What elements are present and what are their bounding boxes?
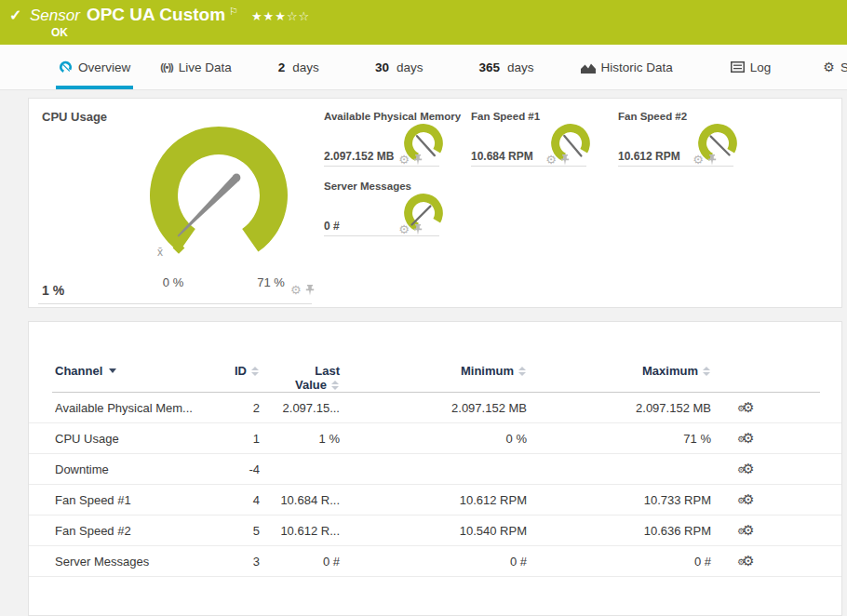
tab-30-days[interactable]: 30 days — [372, 48, 426, 89]
sort-icon — [251, 367, 260, 376]
priority-stars[interactable]: ★★★☆☆ — [251, 9, 310, 23]
stars-filled[interactable]: ★★★ — [251, 9, 287, 23]
cell-channel[interactable]: CPU Usage — [55, 432, 222, 446]
cell-channel[interactable]: Fan Speed #1 — [55, 493, 222, 507]
cpu-gauge: x̄ — [139, 125, 299, 264]
table-row[interactable]: CPU Usage 1 1 % 0 % 71 % ⚙⚙ — [29, 423, 841, 454]
tab-overview[interactable]: Overview — [56, 48, 133, 89]
cell-maximum: 71 % — [527, 432, 711, 446]
pin-icon[interactable] — [560, 154, 570, 166]
table-row[interactable]: Fan Speed #1 4 10.684 R... 10.612 RPM 10… — [29, 485, 841, 516]
channel-table-header: Channel ID Last Value — [29, 364, 841, 392]
tab-2-days[interactable]: 2 days — [276, 48, 322, 89]
stars-empty[interactable]: ☆☆ — [287, 9, 310, 23]
page-title: OPC UA Custom — [87, 5, 225, 24]
cpu-cell-divider — [38, 303, 312, 304]
cell-minimum: 10.540 RPM — [340, 524, 527, 538]
cell-last-value: 10.684 R... — [260, 493, 340, 507]
cpu-gauge-actions: ⚙ — [290, 285, 315, 296]
gauge-cell-fan-speed-1: Fan Speed #1 10.684 RPM ⚙ — [471, 111, 586, 167]
gauge-actions: ⚙ — [398, 154, 423, 166]
gauge-value: 10.612 RPM — [618, 150, 680, 163]
cell-id: 4 — [222, 493, 260, 507]
channel-settings-icon[interactable]: ⚙ — [398, 224, 410, 235]
channel-settings-gears-icon[interactable]: ⚙⚙ — [742, 523, 754, 537]
tab-2-days-number: 2 — [278, 60, 286, 74]
gauge-title: Fan Speed #2 — [618, 111, 687, 122]
gauge-needle — [711, 137, 730, 155]
gauge-needle — [564, 136, 581, 156]
gauge-title: Server Messages — [324, 181, 411, 192]
flag-icon[interactable]: ⚐ — [229, 6, 238, 17]
cpu-gauge-min: 0 % — [150, 275, 196, 289]
status-check-icon: ✓ — [9, 7, 21, 24]
channel-settings-icon[interactable]: ⚙ — [398, 154, 410, 166]
tab-bar: Overview ((•)) Live Data 2 days 30 days … — [0, 45, 847, 90]
gauge-needle — [417, 136, 435, 155]
gauge-needle — [178, 175, 240, 237]
column-header-last-value[interactable]: Last Value — [260, 364, 340, 392]
gauges-panel: CPU Usage x̄ 0 % 71 % 1 % ⚙ Available Ph… — [28, 98, 842, 308]
channel-table-panel: Channel ID Last Value — [28, 321, 842, 616]
pin-icon[interactable] — [305, 285, 315, 296]
gauge-cell-available-physical-memory: Available Physical Memory 2.097.152 MB ⚙ — [324, 111, 439, 167]
table-row[interactable]: Available Physical Mem... 2 2.097.15... … — [29, 393, 841, 423]
cell-channel[interactable]: Downtime — [55, 462, 222, 476]
channel-settings-icon[interactable]: ⚙ — [545, 154, 557, 166]
table-row[interactable]: Downtime -4 ⚙⚙ — [29, 454, 841, 485]
gauge-value: 0 # — [324, 220, 340, 233]
gauge-cell-server-messages: Server Messages 0 # ⚙ — [324, 181, 439, 236]
cell-channel[interactable]: Available Physical Mem... — [55, 401, 222, 415]
tab-live-data[interactable]: ((•)) Live Data — [157, 48, 235, 89]
column-header-id-label: ID — [235, 364, 247, 378]
sort-icon — [331, 381, 340, 390]
tab-log[interactable]: Log — [728, 48, 774, 89]
tab-365-days[interactable]: 365 days — [476, 48, 536, 89]
cell-minimum: 2.097.152 MB — [340, 401, 527, 415]
cell-minimum: 10.612 RPM — [340, 493, 527, 507]
cell-maximum: 0 # — [527, 555, 711, 569]
cell-last-value: 2.097.15... — [260, 401, 340, 415]
pin-icon[interactable] — [413, 224, 423, 235]
sensor-overview-page: ✓ SensorOPC UA Custom⚐★★★☆☆ OK Overview … — [0, 0, 847, 616]
channel-settings-gears-icon[interactable]: ⚙⚙ — [742, 492, 754, 506]
pin-icon[interactable] — [413, 154, 423, 166]
tab-historic-data[interactable]: Historic Data — [578, 48, 676, 89]
channel-settings-icon[interactable]: ⚙ — [290, 285, 302, 296]
table-row[interactable]: Fan Speed #2 5 10.612 R... 10.540 RPM 10… — [29, 516, 841, 546]
cell-maximum: 2.097.152 MB — [527, 401, 711, 415]
channel-settings-gears-icon[interactable]: ⚙⚙ — [742, 400, 754, 414]
column-header-minimum[interactable]: Minimum — [340, 364, 527, 378]
channel-settings-icon[interactable]: ⚙ — [692, 154, 704, 166]
column-header-maximum[interactable]: Maximum — [527, 364, 711, 378]
channel-settings-gears-icon[interactable]: ⚙⚙ — [742, 554, 754, 568]
sort-icon — [518, 367, 527, 376]
pin-icon[interactable] — [707, 154, 717, 166]
column-header-channel[interactable]: Channel — [55, 364, 222, 378]
cell-id: 1 — [222, 432, 260, 446]
column-header-id[interactable]: ID — [222, 364, 260, 378]
channel-settings-gears-icon[interactable]: ⚙⚙ — [742, 462, 754, 475]
cell-minimum: 0 % — [340, 432, 527, 446]
area-chart-icon — [581, 61, 596, 74]
cell-maximum: 10.636 RPM — [527, 524, 711, 538]
tab-365-days-number: 365 — [478, 60, 500, 74]
gauge-cell-fan-speed-2: Fan Speed #2 10.612 RPM ⚙ — [618, 111, 733, 167]
settings-gear-icon: ⚙ — [823, 60, 835, 74]
sort-desc-icon — [109, 368, 116, 373]
channel-table-body: Available Physical Mem... 2 2.097.15... … — [29, 393, 841, 577]
gauge-value: 2.097.152 MB — [324, 150, 394, 163]
cell-id: 5 — [222, 524, 260, 538]
table-row[interactable]: Server Messages 3 0 # 0 # 0 # ⚙⚙ — [29, 546, 841, 577]
tab-log-label: Log — [750, 60, 772, 74]
cell-channel[interactable]: Server Messages — [55, 555, 222, 569]
gauge-title: Fan Speed #1 — [471, 111, 540, 122]
column-header-last-label: Last — [315, 364, 340, 378]
gauge-value: 10.684 RPM — [471, 150, 533, 163]
channel-settings-gears-icon[interactable]: ⚙⚙ — [742, 431, 754, 445]
tab-settings[interactable]: ⚙ Settings — [820, 48, 847, 89]
column-header-maximum-label: Maximum — [642, 364, 698, 378]
cell-channel[interactable]: Fan Speed #2 — [55, 524, 222, 538]
cell-last-value: 10.612 R... — [260, 524, 340, 538]
sensor-title-line: SensorOPC UA Custom⚐★★★☆☆ — [30, 5, 310, 25]
